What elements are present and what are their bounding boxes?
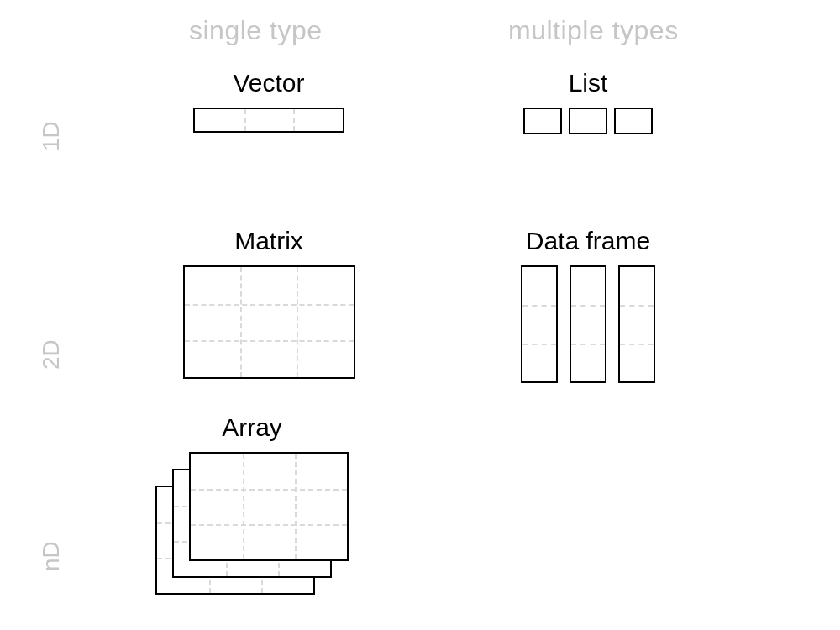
- matrix-shape: [164, 265, 374, 379]
- cell-matrix: Matrix: [164, 227, 374, 379]
- row-header-1d: 1D: [38, 121, 65, 151]
- dataframe-column: [618, 265, 655, 383]
- column-header-multiple-types: multiple types: [508, 15, 679, 46]
- dataframe-title: Data frame: [483, 227, 693, 255]
- cell-array: Array: [118, 413, 386, 607]
- dataframe-shape: [483, 265, 693, 383]
- array-shape: [118, 452, 386, 607]
- cell-dataframe: Data frame: [483, 227, 693, 383]
- array-layer: [189, 452, 349, 561]
- matrix-box: [183, 265, 355, 379]
- dataframe-column: [570, 265, 606, 383]
- list-title: List: [483, 69, 693, 97]
- list-shape: [483, 108, 693, 134]
- vector-shape: [164, 108, 374, 133]
- array-stack: [155, 452, 365, 607]
- dataframe-column: [521, 265, 558, 383]
- cell-vector: Vector: [164, 69, 374, 133]
- array-title: Array: [118, 413, 386, 442]
- vector-title: Vector: [164, 69, 374, 97]
- row-header-nd: nD: [38, 541, 65, 571]
- list-element-box: [614, 108, 653, 134]
- matrix-title: Matrix: [164, 227, 374, 255]
- cell-list: List: [483, 69, 693, 134]
- list-element-box: [523, 108, 562, 134]
- row-header-2d: 2D: [38, 339, 65, 370]
- column-header-single-type: single type: [189, 15, 322, 46]
- list-element-box: [569, 108, 607, 134]
- vector-box: [193, 108, 344, 133]
